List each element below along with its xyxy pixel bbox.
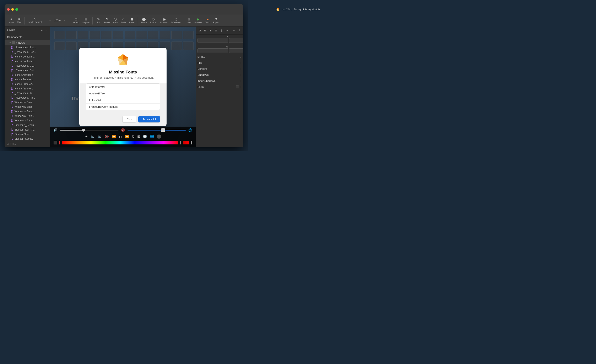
union-button[interactable]: ⬤ Union [140,17,148,24]
minimize-button[interactable] [11,8,14,11]
shadows-add-icon[interactable]: + [240,73,242,77]
layer-name: Sidebar / _Resou... [15,124,36,127]
close-button[interactable] [7,8,10,11]
pages-label: PAGES [7,29,15,32]
dialog-subtitle: RightFont detected 4 missing fonts in th… [92,76,154,79]
toolbar-group-view: ⊞ View ▶ Preview ☁ Cloud ⬆ Export [184,17,222,24]
toolbar-group-boolean: ⬤ Union ◎ Subtract ◉ Intersect ◌ Differe… [139,17,183,24]
flip-h-button[interactable]: ⇔ [232,28,236,33]
skip-button[interactable]: Skip [122,116,136,123]
align-left-button[interactable]: ⊡ [197,28,202,33]
layer-symbol-icon [10,137,13,140]
view-button[interactable]: ⊞ View [185,17,193,24]
list-item[interactable]: _Resources / Co... [5,64,50,68]
layer-symbol-icon [10,92,13,95]
list-item[interactable]: Icons / Preferen... [5,77,50,82]
dialog-overlay: Missing Fonts RightFont detected 4 missi… [50,27,196,147]
style-label: STYLE [197,56,205,58]
list-item[interactable]: Icons / Contextu... [5,54,50,59]
difference-button[interactable]: ◌ Difference [170,17,182,24]
collapse-button[interactable]: ⌄ [44,28,48,32]
wh-row: W H ⛔ ⇄ [196,45,243,54]
borders-add-icon[interactable]: + [240,67,242,71]
insert-button[interactable]: ＋ Insert [7,17,15,24]
data-button[interactable]: ⊞ Data [15,17,23,24]
add-page-button[interactable]: + [40,28,43,32]
list-item[interactable]: Sidebar / Item [5,132,50,137]
create-symbol-button[interactable]: ⟳ Create Symbol [27,17,43,24]
mask-button[interactable]: ⬡ Mask [112,17,119,24]
subtract-button[interactable]: ◎ Subtract [148,17,158,24]
layer-symbol-icon [10,51,13,54]
inner-shadows-add-icon[interactable]: + [240,79,242,83]
list-item[interactable]: Windows / Panel [5,118,50,123]
shadows-row[interactable]: Shadows + [197,72,242,78]
ungroup-button[interactable]: ⊞ Ungroup [81,17,91,24]
zoom-minus-button[interactable]: − [46,19,54,23]
borders-row[interactable]: Borders + [197,66,242,72]
list-item[interactable]: Windows / Dialo... [5,114,50,118]
distribute-v-button[interactable]: ⋯ [224,28,229,33]
intersect-button[interactable]: ◉ Intersect [159,17,169,24]
layer-name: _Resources / But... [15,46,36,49]
inner-shadows-row[interactable]: Inner Shadows + [197,78,242,84]
list-item[interactable]: _Resources / But... [5,45,50,50]
blurs-controls: + [236,85,242,89]
list-item[interactable]: Windows / Sheet [5,105,50,109]
export-button[interactable]: ⬆ Export [212,17,220,24]
list-item[interactable]: Sidebar / Item (A... [5,127,50,132]
cloud-button[interactable]: ☁ Cloud [203,17,211,24]
page-expand-icon: ▾ [9,42,11,44]
blurs-label: Blurs [197,85,204,88]
list-item[interactable]: Sidebar / _Resou... [5,123,50,127]
h-field: H [229,46,243,53]
flatten-button[interactable]: ⬣ Flatten [128,17,137,24]
fills-row[interactable]: Fills + [197,60,242,66]
list-item[interactable]: Windows / Stand... [5,109,50,114]
list-item[interactable]: Icons / Contextu... [5,59,50,64]
align-center-button[interactable]: ⊞ [203,28,208,33]
sidebar-item-macos[interactable]: ▾ macOS [5,40,50,45]
flip-v-button[interactable]: ⇕ [237,28,242,33]
y-input[interactable] [229,38,243,43]
maximize-button[interactable] [15,8,18,11]
h-input[interactable] [229,48,243,53]
fills-add-icon[interactable]: + [240,61,242,65]
layer-symbol-icon [10,96,13,99]
align-top-button[interactable]: ⊠ [208,28,213,33]
list-item[interactable]: Icons / Preferen... [5,82,50,86]
zoom-plus-button[interactable]: + [61,19,68,23]
layer-list[interactable]: _Resources / But... _Resources / But... … [5,45,50,141]
blurs-checkbox[interactable] [236,86,239,88]
x-input[interactable] [197,38,228,43]
toolbar-group-zoom: − 100% + [45,19,70,23]
list-item[interactable]: _Resources / Ap... [5,95,50,100]
blurs-add-icon[interactable]: + [240,85,242,89]
list-item[interactable]: Windows / Save... [5,100,50,105]
scale-button[interactable]: ⤢ Scale [119,17,127,24]
list-item[interactable]: Icons / Alert Icon [5,73,50,77]
rotate-button[interactable]: ↻ Rotate [103,17,111,24]
w-input[interactable] [197,48,228,53]
list-item[interactable]: _Resources / But... [5,68,50,73]
distribute-h-button[interactable]: ⋮ [219,28,224,33]
layer-name: Icons / Preferen... [15,83,34,86]
list-item[interactable]: Icons / Preferen... [5,86,50,91]
list-item[interactable]: Sidebar / Sectio... [5,137,50,141]
layer-name: _Resources / Co... [15,64,35,67]
components-row[interactable]: Components ▾ [5,34,50,40]
activate-all-button[interactable]: Activate All [138,116,160,123]
layer-name: Icons / Contextu... [15,55,35,58]
layer-name: Icons / Preferen... [15,78,34,81]
align-middle-button[interactable]: ⊟ [214,28,218,33]
blurs-row[interactable]: Blurs + [197,84,242,90]
style-chevron-icon[interactable]: ⌄ [240,56,242,58]
canvas[interactable]: The [50,27,196,147]
preview-button[interactable]: ▶ Preview [193,17,203,24]
list-item[interactable]: _Resources / To... [5,91,50,95]
edit-button[interactable]: ✎ Edit [95,17,102,24]
layer-name: Icons / Preferen... [15,87,34,90]
group-button[interactable]: ⊡ Group [72,17,80,24]
toolbar: ＋ Insert ⊞ Data ⟳ Create Symbol − 100% + [5,15,243,27]
list-item[interactable]: _Resources / But... [5,50,50,54]
